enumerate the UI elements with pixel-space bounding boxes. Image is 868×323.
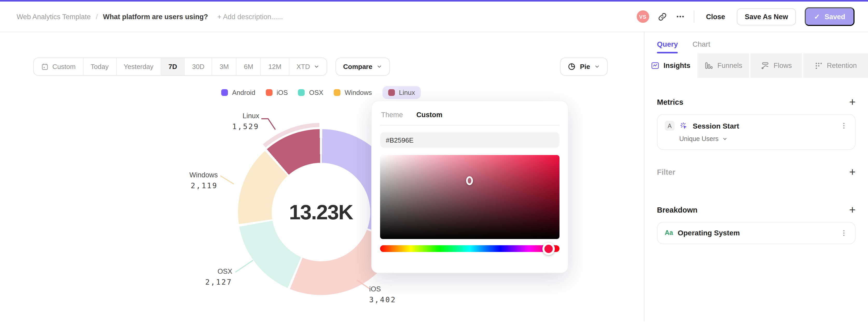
legend-item-linux[interactable]: Linux <box>382 86 421 99</box>
tab-theme[interactable]: Theme <box>381 111 403 119</box>
header-divider <box>693 10 694 23</box>
legend-swatch <box>334 89 340 96</box>
legend-swatch <box>298 89 305 96</box>
color-picker-tabs: Theme Custom <box>380 109 559 126</box>
metrics-heading: Metrics <box>657 98 683 106</box>
chevron-down-icon <box>722 136 727 141</box>
hue-slider[interactable] <box>380 245 559 252</box>
sidebar-content: Metrics + A Session Start <box>645 78 868 244</box>
legend-item-android[interactable]: Android <box>221 86 255 99</box>
legend-item-osx[interactable]: OSX <box>298 86 323 99</box>
flows-icon <box>761 61 770 70</box>
app-window: Web Analytics Template / What platform a… <box>0 0 868 323</box>
date-range-group: Custom Today Yesterday 7D 30D 3M 6M 12M … <box>33 58 327 76</box>
filter-section-header: Filter + <box>657 166 856 177</box>
donut-total-value: 13.23K <box>289 200 353 224</box>
chevron-down-icon <box>594 64 600 69</box>
legend-item-ios[interactable]: iOS <box>266 86 288 99</box>
date-range-yesterday[interactable]: Yesterday <box>116 58 161 75</box>
hex-color-input[interactable]: #B2596E <box>380 132 559 148</box>
metrics-section-header: Metrics + <box>657 96 856 107</box>
breakdown-section-header: Breakdown + <box>657 204 856 215</box>
tab-flows[interactable]: Flows <box>750 54 802 78</box>
slice-label-windows: Windows 2,119 <box>166 171 218 191</box>
breakdown-name: Operating System <box>678 229 740 237</box>
chart-toolbar: Custom Today Yesterday 7D 30D 3M 6M 12M … <box>33 58 608 76</box>
breakdown-kebab-menu[interactable] <box>840 229 848 237</box>
tab-custom[interactable]: Custom <box>416 111 442 119</box>
more-menu-icon[interactable] <box>675 12 685 21</box>
leader-line-ios <box>356 279 371 290</box>
property-type-badge: Aa <box>665 229 673 236</box>
chevron-down-icon <box>376 64 382 69</box>
metric-name: Session Start <box>693 122 739 130</box>
date-range-custom[interactable]: Custom <box>34 58 84 75</box>
share-link-icon[interactable] <box>658 12 666 21</box>
saturation-value-area[interactable] <box>380 155 559 239</box>
save-as-new-button[interactable]: Save As New <box>737 8 796 25</box>
saved-button[interactable]: ✓ Saved <box>805 7 855 26</box>
add-breakdown-button[interactable]: + <box>849 204 856 215</box>
date-range-6m[interactable]: 6M <box>237 58 261 75</box>
date-range-3m[interactable]: 3M <box>212 58 237 75</box>
saved-label: Saved <box>825 13 845 21</box>
breadcrumb-root-link[interactable]: Web Analytics Template <box>17 13 91 21</box>
tab-query[interactable]: Query <box>657 40 678 54</box>
date-range-7d[interactable]: 7D <box>161 58 185 75</box>
add-metric-button[interactable]: + <box>849 96 856 107</box>
compare-button[interactable]: Compare <box>336 58 390 76</box>
close-button[interactable]: Close <box>703 9 728 24</box>
legend-swatch <box>221 89 228 96</box>
chart-type-select[interactable]: Pie <box>560 58 608 76</box>
color-picker-popover: Theme Custom #B2596E <box>371 101 568 273</box>
legend-swatch <box>266 89 273 96</box>
legend-item-windows[interactable]: Windows <box>334 86 372 99</box>
metric-series-badge: A <box>665 121 675 131</box>
legend-swatch <box>388 89 395 96</box>
calendar-icon <box>41 63 49 70</box>
tab-insights[interactable]: Insights <box>645 54 696 78</box>
chart-legend: Android iOS OSX Windows Linux <box>221 86 421 99</box>
retention-icon <box>814 61 823 70</box>
sidebar-tab-row: Query Chart <box>645 32 868 54</box>
filter-heading: Filter <box>657 168 675 176</box>
slice-label-linux: Linux 1,529 <box>208 112 259 131</box>
aggregation-select[interactable]: Unique Users <box>679 135 848 142</box>
tab-funnels[interactable]: Funnels <box>698 54 749 78</box>
metric-card[interactable]: A Session Start Unique Users <box>657 114 856 150</box>
color-cursor[interactable] <box>466 176 473 185</box>
top-bar: Web Analytics Template / What platform a… <box>0 0 868 32</box>
date-range-xtd[interactable]: XTD <box>289 58 327 75</box>
avatar[interactable]: VS <box>637 10 649 23</box>
chart-panel: Custom Today Yesterday 7D 30D 3M 6M 12M … <box>0 32 644 321</box>
event-click-icon <box>679 121 688 130</box>
leader-line-osx <box>235 259 254 273</box>
add-description-button[interactable]: + Add description...... <box>217 13 283 21</box>
tab-retention[interactable]: Retention <box>803 54 868 78</box>
breadcrumb: Web Analytics Template / What platform a… <box>17 13 283 21</box>
chevron-down-icon <box>314 64 319 69</box>
insights-icon <box>650 61 659 70</box>
breadcrumb-separator: / <box>96 13 98 21</box>
breakdown-card[interactable]: Aa Operating System <box>657 222 856 244</box>
slice-label-ios: iOS 3,402 <box>369 285 416 304</box>
tab-chart[interactable]: Chart <box>692 40 710 54</box>
metric-kebab-menu[interactable] <box>840 122 848 130</box>
leader-line-linux <box>261 116 277 131</box>
add-filter-button[interactable]: + <box>849 166 856 177</box>
date-range-12m[interactable]: 12M <box>261 58 289 75</box>
query-sidebar: Query Chart Insights Funnels <box>644 32 868 321</box>
main-row: Custom Today Yesterday 7D 30D 3M 6M 12M … <box>0 32 868 321</box>
insight-type-tabs: Insights Funnels Flows <box>645 54 868 78</box>
hue-slider-handle[interactable] <box>542 243 555 255</box>
funnels-icon <box>704 61 713 70</box>
leader-line-windows <box>220 175 236 186</box>
page-title[interactable]: What platform are users using? <box>103 13 208 21</box>
check-icon: ✓ <box>814 12 820 21</box>
date-range-today[interactable]: Today <box>84 58 116 75</box>
date-range-30d[interactable]: 30D <box>185 58 212 75</box>
donut-hole: 13.23K <box>272 163 370 261</box>
pie-chart-icon <box>568 63 576 70</box>
breakdown-heading: Breakdown <box>657 205 698 214</box>
slice-label-osx: OSX 2,127 <box>186 267 232 287</box>
